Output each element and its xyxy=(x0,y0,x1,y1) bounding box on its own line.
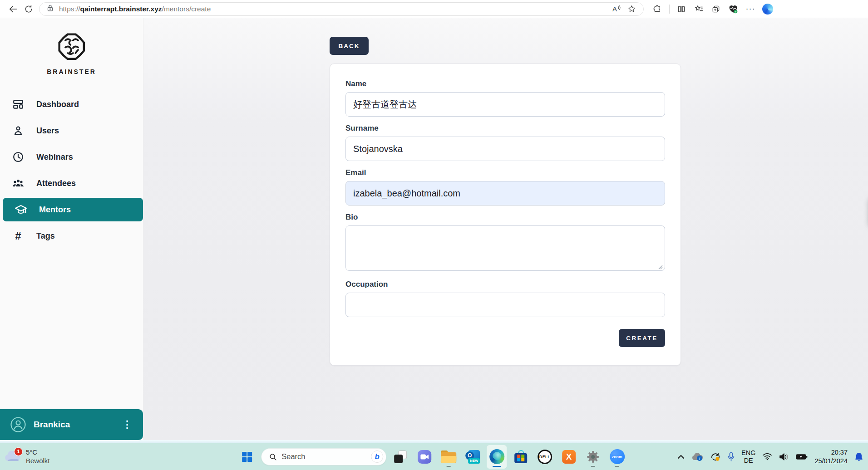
brand-name: BRAINSTER xyxy=(0,68,143,75)
favorites-bar-icon[interactable] xyxy=(691,2,706,16)
sidebar-item-label: Attendees xyxy=(36,179,76,188)
occupation-input[interactable] xyxy=(345,293,665,317)
taskbar: 1 5°C Bewölkt Search b xyxy=(0,443,868,470)
start-button[interactable] xyxy=(237,445,257,469)
outlook-button[interactable]: O NEW xyxy=(463,445,483,469)
sidebar-item-users[interactable]: Users xyxy=(0,119,143,142)
folder-icon xyxy=(441,450,456,463)
sidebar-item-dashboard[interactable]: Dashboard xyxy=(0,93,143,116)
brainster-logo-icon xyxy=(56,31,88,63)
user-name: Brankica xyxy=(34,420,70,430)
browser-toolbar: https://qainterrapt.brainster.xyz/mentor… xyxy=(0,0,868,18)
sidebar: BRAINSTER Dashboard Users Webinars Atten… xyxy=(0,18,143,440)
sidebar-item-tags[interactable]: # Tags xyxy=(0,224,143,248)
mentor-create-form: Name Surname Email Bio xyxy=(330,64,681,366)
tray-date: 25/01/2024 xyxy=(814,457,848,465)
weather-badge: 1 xyxy=(14,447,23,456)
occupation-field-group: Occupation xyxy=(345,280,665,317)
bio-label: Bio xyxy=(345,213,665,222)
dell-icon: DELL xyxy=(538,450,552,464)
file-explorer-button[interactable] xyxy=(439,445,459,469)
copilot-icon[interactable] xyxy=(760,2,775,16)
read-aloud-icon[interactable]: A xyxy=(610,2,624,16)
sync-update-icon[interactable] xyxy=(710,452,721,462)
brand-logo: BRAINSTER xyxy=(0,18,143,80)
microsoft-store-button[interactable] xyxy=(511,445,531,469)
toolbar-divider xyxy=(669,5,670,14)
sidebar-item-attendees[interactable]: Attendees xyxy=(0,171,143,195)
back-button[interactable]: BACK xyxy=(330,37,369,55)
search-placeholder: Search xyxy=(281,452,366,461)
group-icon xyxy=(12,177,25,189)
hash-icon: # xyxy=(12,230,25,242)
wifi-icon[interactable] xyxy=(762,453,772,460)
outlook-icon: O NEW xyxy=(465,450,480,464)
zoom-button[interactable]: zoom xyxy=(607,445,627,469)
sidebar-item-mentors[interactable]: Mentors xyxy=(3,198,143,221)
name-input[interactable] xyxy=(345,92,665,117)
sidebar-item-webinars[interactable]: Webinars xyxy=(0,145,143,169)
battery-icon[interactable] xyxy=(796,454,808,460)
bio-field-group: Bio xyxy=(345,213,665,273)
notification-bell-icon[interactable] xyxy=(854,452,863,462)
favorite-star-icon[interactable] xyxy=(624,2,639,16)
browser-essentials-icon[interactable] xyxy=(726,2,740,16)
edge-icon xyxy=(489,449,504,464)
back-icon[interactable] xyxy=(5,2,21,16)
task-view-button[interactable] xyxy=(390,445,410,469)
graduation-cap-icon xyxy=(15,204,27,215)
zoom-icon: zoom xyxy=(610,449,625,464)
email-field-group: Email xyxy=(345,168,665,206)
xampp-button[interactable]: X xyxy=(559,445,579,469)
sidebar-nav: Dashboard Users Webinars Attendees Mento… xyxy=(0,93,143,248)
avatar xyxy=(10,416,26,433)
create-button[interactable]: CREATE xyxy=(619,329,665,347)
address-bar[interactable]: https://qainterrapt.brainster.xyz/mentor… xyxy=(39,2,644,16)
teams-chat-button[interactable] xyxy=(414,445,434,469)
sidebar-user[interactable]: Brankica ⋮ xyxy=(0,409,143,440)
email-label: Email xyxy=(345,168,665,177)
tray-chevron-up-icon[interactable] xyxy=(677,455,685,459)
surname-input[interactable] xyxy=(345,137,665,161)
bio-textarea[interactable] xyxy=(345,225,665,271)
sidebar-item-label: Users xyxy=(36,126,59,136)
name-label: Name xyxy=(345,79,665,88)
occupation-label: Occupation xyxy=(345,280,665,289)
language-indicator[interactable]: ENG DE xyxy=(741,449,755,464)
split-screen-icon[interactable] xyxy=(674,2,689,16)
bing-icon[interactable]: b xyxy=(371,450,383,463)
taskbar-search[interactable]: Search b xyxy=(261,448,386,465)
user-icon xyxy=(12,125,25,137)
email-input[interactable] xyxy=(345,181,665,206)
settings-button[interactable] xyxy=(583,445,603,469)
url-text[interactable]: https://qainterrapt.brainster.xyz/mentor… xyxy=(59,5,610,13)
sidebar-item-label: Dashboard xyxy=(36,100,79,109)
microphone-icon[interactable] xyxy=(728,452,735,462)
clock-widget[interactable]: 20:37 25/01/2024 xyxy=(814,448,848,465)
store-icon xyxy=(514,450,528,464)
weather-widget[interactable]: 1 5°C Bewölkt xyxy=(4,443,50,470)
collections-icon[interactable] xyxy=(709,2,723,16)
search-icon xyxy=(269,453,277,461)
volume-icon[interactable] xyxy=(779,453,789,461)
tray-time: 20:37 xyxy=(831,448,848,457)
extensions-icon[interactable] xyxy=(650,2,665,16)
clock-icon xyxy=(12,151,25,163)
outlook-new-badge: NEW xyxy=(468,458,480,464)
surname-label: Surname xyxy=(345,124,665,133)
refresh-icon[interactable] xyxy=(21,2,36,16)
windows-logo-icon xyxy=(242,452,252,462)
edge-button[interactable] xyxy=(487,445,507,469)
window-edge-strip xyxy=(0,440,868,443)
sidebar-item-label: Tags xyxy=(36,231,55,241)
user-menu-icon[interactable]: ⋮ xyxy=(122,422,132,427)
chat-video-icon xyxy=(418,450,431,464)
surname-field-group: Surname xyxy=(345,124,665,161)
onedrive-icon[interactable]: i xyxy=(691,452,703,461)
dashboard-icon xyxy=(12,98,25,110)
dell-button[interactable]: DELL xyxy=(535,445,555,469)
lock-icon[interactable] xyxy=(47,4,54,14)
settings-more-icon[interactable]: ··· xyxy=(743,2,758,16)
name-field-group: Name xyxy=(345,79,665,117)
sidebar-item-label: Mentors xyxy=(39,205,71,215)
